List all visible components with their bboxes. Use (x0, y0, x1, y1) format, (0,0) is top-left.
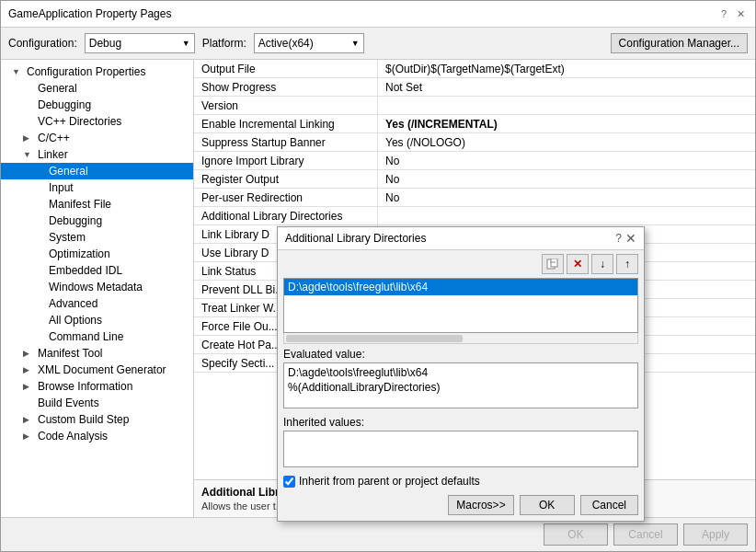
expander-icon: ▶ (23, 349, 38, 358)
table-row: Enable Incremental Linking Yes (/INCREME… (194, 115, 755, 133)
help-button[interactable]: ? (716, 6, 731, 21)
tree-item-manifest-file[interactable]: Manifest File (1, 196, 193, 213)
dialog-controls: ? ✕ (615, 232, 636, 245)
expander-icon: ▼ (12, 67, 27, 76)
dialog-close-button[interactable]: ✕ (625, 232, 636, 245)
tree-item-label: Code Analysis (38, 430, 108, 443)
prop-value: Yes (/INCREMENTAL) (378, 115, 755, 132)
macros-button[interactable]: Macros>> (448, 495, 513, 515)
tree-item-label: Linker (38, 148, 68, 161)
tree-item-browse-info[interactable]: ▶ Browse Information (1, 378, 193, 395)
cancel-button[interactable]: Cancel (613, 523, 678, 546)
tree-item-label: Manifest Tool (38, 347, 102, 360)
tree-item-all-options[interactable]: All Options (1, 312, 193, 328)
window-title: GameApplication Property Pages (8, 7, 171, 20)
config-select[interactable]: Debug ▼ (85, 33, 195, 53)
eval-line-2: %(AdditionalLibraryDirectories) (288, 380, 634, 395)
tree-item-debugging-top[interactable]: Debugging (1, 97, 193, 113)
tree-item-label: Command Line (49, 330, 123, 343)
tree-item-code-analysis[interactable]: ▶ Code Analysis (1, 428, 193, 444)
config-manager-button[interactable]: Configuration Manager... (611, 33, 748, 53)
horizontal-scrollbar[interactable] (283, 333, 638, 344)
prop-value (378, 207, 755, 224)
tree-item-xml-doc[interactable]: ▶ XML Document Generator (1, 362, 193, 378)
tree-item-linker-opt[interactable]: Optimization (1, 246, 193, 262)
apply-button[interactable]: Apply (683, 523, 748, 546)
list-item[interactable]: D:\agde\tools\freeglut\lib\x64 (284, 279, 637, 295)
tree-item-command-line[interactable]: Command Line (1, 328, 193, 345)
tree-item-vc-dirs[interactable]: VC++ Directories (1, 113, 193, 130)
eval-section: Evaluated value: D:\agde\tools\freeglut\… (278, 344, 644, 412)
config-label: Configuration: (8, 37, 77, 50)
platform-select[interactable]: Active(x64) ▼ (254, 33, 364, 53)
tree-item-linker-debug[interactable]: Debugging (1, 213, 193, 229)
dialog-cancel-button[interactable]: Cancel (580, 495, 638, 515)
prop-value: Yes (/NOLOGO) (378, 133, 755, 151)
config-arrow-icon: ▼ (182, 39, 190, 48)
tree-item-general[interactable]: General (1, 80, 193, 97)
tree-item-label: XML Document Generator (38, 363, 166, 376)
inherit-checkbox[interactable] (283, 476, 295, 488)
tree-item-linker[interactable]: ▼ Linker (1, 146, 193, 163)
config-value: Debug (89, 37, 121, 50)
prop-name: Output File (194, 60, 378, 77)
tree-item-label: Custom Build Step (38, 413, 129, 426)
delete-icon: ✕ (573, 258, 582, 270)
tree-item-label: C/C++ (38, 132, 70, 144)
tree-item-manifest-tool[interactable]: ▶ Manifest Tool (1, 345, 193, 362)
dialog-help-button[interactable]: ? (615, 232, 622, 245)
checkbox-row: Inherit from parent or project defaults (278, 471, 644, 491)
tree-item-embedded-idl[interactable]: Embedded IDL (1, 262, 193, 279)
platform-value: Active(x64) (258, 37, 314, 50)
tree-item-label: VC++ Directories (38, 115, 121, 128)
close-button[interactable]: ✕ (733, 6, 748, 21)
tree-item-label: Debugging (49, 214, 102, 227)
tree-item-label: Windows Metadata (49, 281, 143, 293)
table-row: Suppress Startup Banner Yes (/NOLOGO) (194, 133, 755, 152)
tree-item-custom-build[interactable]: ▶ Custom Build Step (1, 411, 193, 428)
arrow-down-icon: ↓ (600, 258, 605, 270)
prop-value: Not Set (378, 78, 755, 96)
ok-button[interactable]: OK (544, 523, 608, 546)
prop-value: No (378, 170, 755, 188)
toolbar-new-button[interactable] (542, 254, 564, 274)
expander-icon: ▶ (23, 382, 38, 391)
toolbar-move-down-button[interactable]: ↓ (591, 254, 613, 274)
dialog-ok-button[interactable]: OK (520, 495, 575, 515)
tree-item-win-meta[interactable]: Windows Metadata (1, 279, 193, 295)
tree-item-linker-input[interactable]: Input (1, 179, 193, 196)
dialog-list-area: D:\agde\tools\freeglut\lib\x64 (283, 278, 638, 333)
tree-item-linker-general[interactable]: General (1, 163, 193, 179)
tree-item-c-cpp[interactable]: ▶ C/C++ (1, 130, 193, 146)
expander-icon: ▶ (23, 365, 38, 374)
tree-item-label: Build Events (38, 397, 99, 409)
prop-name: Per-user Redirection (194, 189, 378, 206)
tree-item-label: Advanced (49, 297, 97, 310)
tree-item-label: General (38, 82, 77, 95)
table-row: Additional Library Directories (194, 207, 755, 225)
expander-icon: ▶ (23, 133, 38, 143)
prop-name: Version (194, 97, 378, 114)
expander-icon: ▶ (23, 431, 38, 441)
config-row: Configuration: Debug ▼ Platform: Active(… (1, 28, 755, 60)
tree-item-label: Manifest File (49, 198, 111, 211)
prop-value (378, 97, 755, 114)
dialog-title: Additional Library Directories (285, 232, 426, 245)
tree-item-advanced[interactable]: Advanced (1, 295, 193, 312)
eval-line-1: D:\agde\tools\freeglut\lib\x64 (288, 365, 634, 380)
tree-item-label: Configuration Properties (27, 65, 145, 78)
toolbar-delete-button[interactable]: ✕ (567, 254, 589, 274)
platform-arrow-icon: ▼ (351, 39, 360, 48)
prop-name: Register Output (194, 170, 378, 188)
tree-item-label: Optimization (49, 247, 110, 260)
toolbar-move-up-button[interactable]: ↑ (616, 254, 638, 274)
dialog-toolbar: ✕ ↓ ↑ (278, 250, 644, 278)
inherit-label: Inherit from parent or project defaults (299, 475, 480, 488)
scrollbar-thumb[interactable] (286, 335, 463, 342)
tree-item-linker-system[interactable]: System (1, 229, 193, 246)
platform-label: Platform: (202, 37, 246, 50)
tree-item-label: All Options (49, 314, 102, 327)
tree-panel: ▼ Configuration Properties General Debug… (1, 60, 194, 517)
tree-item-config-props[interactable]: ▼ Configuration Properties (1, 63, 193, 80)
tree-item-build-events[interactable]: Build Events (1, 395, 193, 411)
